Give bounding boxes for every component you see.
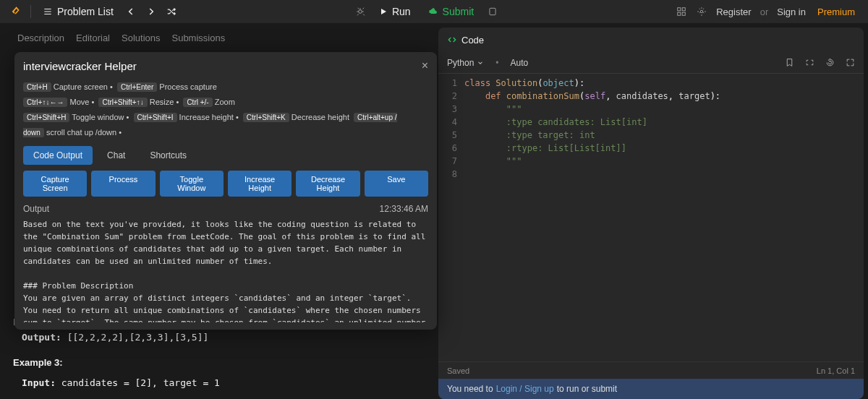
svg-rect-3 (682, 8, 685, 11)
save-button[interactable]: Save (365, 171, 428, 197)
helper-tab-chat[interactable]: Chat (97, 146, 135, 165)
shuffle-button[interactable] (163, 3, 180, 20)
run-button[interactable]: Run (372, 3, 418, 20)
increase-height-button[interactable]: Increase Height (228, 171, 292, 197)
login-banner: You need to Login / Sign up to run or su… (438, 379, 864, 399)
code-editor[interactable]: 12345678 class Solution(object): def com… (438, 74, 864, 361)
helper-tab-shortcuts[interactable]: Shortcuts (140, 146, 197, 165)
leetcode-logo[interactable] (7, 3, 25, 20)
debug-icon[interactable] (352, 3, 369, 20)
code-panel: Code Python • Auto 12345678 class Soluti… (438, 27, 864, 399)
output-timestamp: 12:33:46 AM (380, 204, 428, 214)
decrease-height-button[interactable]: Decrease Height (296, 171, 359, 197)
tab-solutions[interactable]: Solutions (122, 33, 160, 43)
language-bar: Python • Auto (438, 52, 864, 74)
layout-icon[interactable] (673, 3, 690, 20)
format-icon[interactable] (804, 58, 814, 68)
play-icon (379, 7, 388, 16)
reset-icon[interactable] (825, 58, 835, 68)
editor-statusbar: Saved Ln 1, Col 1 (438, 361, 864, 379)
cursor-position: Ln 1, Col 1 (817, 366, 855, 375)
helper-shortcuts: Ctrl+H Capture screen • Ctrl+Enter Proce… (23, 80, 428, 140)
helper-dialog: interviewcracker Helper × Ctrl+H Capture… (14, 52, 437, 330)
tab-editorial[interactable]: Editorial (76, 33, 110, 43)
language-select[interactable]: Python (447, 58, 484, 68)
topbar: Problem List Run Submit Register or Sign… (0, 0, 868, 23)
svg-rect-5 (682, 12, 685, 15)
or-text: or (757, 7, 772, 17)
helper-title: interviewcracker Helper (23, 60, 137, 72)
submit-label: Submit (443, 6, 475, 17)
settings-icon[interactable] (693, 3, 710, 20)
svg-point-0 (359, 10, 362, 14)
prev-problem-button[interactable] (122, 3, 140, 20)
notes-icon[interactable] (484, 3, 501, 20)
register-link[interactable]: Register (713, 7, 754, 17)
svg-point-6 (700, 10, 703, 13)
fullscreen-icon[interactable] (845, 58, 855, 68)
svg-rect-2 (678, 8, 681, 11)
code-lines[interactable]: class Solution(object): def combinationS… (464, 77, 864, 361)
auto-label[interactable]: Auto (511, 58, 529, 68)
gutter: 12345678 (438, 77, 464, 361)
problem-list-label: Problem List (57, 6, 114, 17)
saved-label: Saved (447, 366, 469, 375)
helper-tabs: Code Output Chat Shortcuts (23, 146, 428, 165)
tab-description[interactable]: Description (17, 33, 64, 43)
submit-button[interactable]: Submit (421, 3, 482, 20)
example-3-title: Example 3: (13, 357, 63, 368)
problem-list-button[interactable]: Problem List (37, 3, 119, 20)
bookmark-icon[interactable] (784, 58, 794, 68)
chevron-down-icon (477, 59, 484, 66)
helper-tab-code-output[interactable]: Code Output (23, 146, 93, 165)
output-body: Based on the text you've provided, it lo… (23, 218, 428, 322)
login-signup-link[interactable]: Login / Sign up (496, 384, 554, 394)
helper-button-row: Capture Screen Process Toggle Window Inc… (23, 171, 428, 197)
premium-link[interactable]: Premium (812, 4, 861, 20)
svg-rect-4 (678, 12, 681, 15)
helper-close-button[interactable]: × (422, 59, 428, 72)
cloud-upload-icon (428, 7, 438, 17)
code-icon (447, 35, 457, 45)
code-header: Code (438, 27, 864, 52)
capture-screen-button[interactable]: Capture Screen (23, 171, 87, 197)
next-problem-button[interactable] (142, 3, 160, 20)
divider (30, 5, 31, 18)
run-label: Run (392, 6, 411, 17)
tab-submissions[interactable]: Submissions (171, 33, 225, 43)
toggle-window-button[interactable]: Toggle Window (160, 171, 224, 197)
code-label: Code (461, 35, 484, 46)
process-button[interactable]: Process (91, 171, 155, 197)
output-label: Output (23, 204, 49, 214)
list-icon (43, 7, 53, 17)
svg-rect-1 (490, 8, 495, 14)
signin-link[interactable]: Sign in (774, 7, 809, 17)
problem-tabs: Description Editorial Solutions Submissi… (4, 27, 430, 48)
